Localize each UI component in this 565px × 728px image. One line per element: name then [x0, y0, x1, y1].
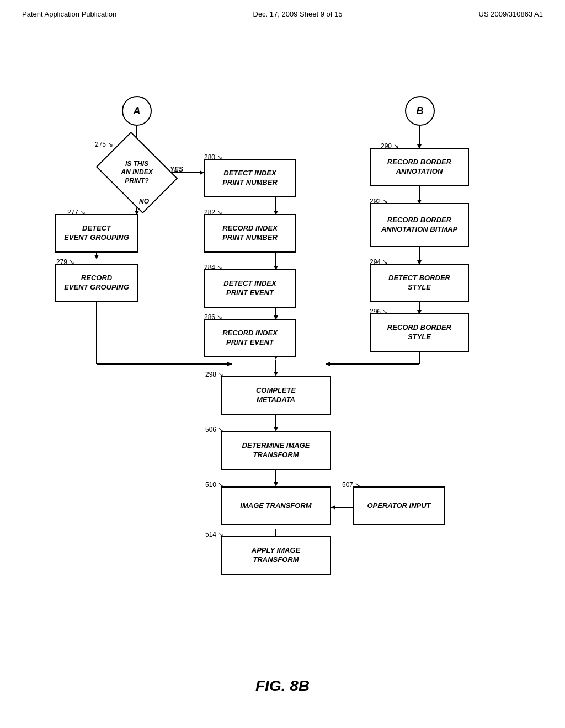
diagram-area: A 275 ↘ IS THISAN INDEXPRINT? YES NO 277… — [0, 44, 565, 717]
node-detect-event-grouping: DETECTEVENT GROUPING — [55, 214, 138, 253]
svg-marker-37 — [331, 505, 335, 510]
node-determine-image-transform: DETERMINE IMAGETRANSFORM — [221, 431, 331, 470]
no-label: NO — [139, 197, 149, 205]
header-center: Dec. 17, 2009 Sheet 9 of 15 — [253, 10, 343, 18]
node-record-index-print-number: RECORD INDEXPRINT NUMBER — [204, 214, 296, 253]
yes-label: YES — [170, 165, 183, 173]
node-apply-image-transform: APPLY IMAGETRANSFORM — [221, 536, 331, 575]
svg-marker-33 — [274, 427, 278, 431]
node-b: B — [405, 96, 435, 126]
svg-marker-24 — [227, 362, 232, 366]
header-left: Patent Application Publication — [22, 10, 116, 18]
header-right: US 2009/310863 A1 — [479, 10, 543, 18]
figure-caption: FIG. 8B — [255, 677, 310, 695]
node-record-border-annotation-bitmap: RECORD BORDERANNOTATION BITMAP — [370, 203, 469, 247]
node-operator-input: OPERATOR INPUT — [353, 486, 445, 525]
node-record-border-style: RECORD BORDERSTYLE — [370, 313, 469, 352]
node-record-event-grouping: RECORDEVENT GROUPING — [55, 264, 138, 302]
node-complete-metadata: COMPLETEMETADATA — [221, 376, 331, 415]
svg-marker-7 — [94, 255, 99, 259]
node-record-border-annotation: RECORD BORDERANNOTATION — [370, 148, 469, 186]
label-275: 275 ↘ — [95, 141, 113, 148]
node-detect-index-print-event: DETECT INDEXPRINT EVENT — [204, 269, 296, 308]
node-diamond: IS THISAN INDEXPRINT? — [104, 148, 170, 197]
svg-marker-29 — [326, 362, 330, 366]
page-header: Patent Application Publication Dec. 17, … — [0, 0, 565, 18]
node-record-index-print-event: RECORD INDEXPRINT EVENT — [204, 319, 296, 357]
node-a: A — [122, 96, 152, 126]
node-detect-index-print-number: DETECT INDEXPRINT NUMBER — [204, 159, 296, 197]
svg-marker-35 — [274, 482, 278, 486]
svg-marker-3 — [200, 170, 204, 175]
svg-marker-31 — [274, 372, 278, 376]
node-detect-border-style: DETECT BORDERSTYLE — [370, 264, 469, 302]
node-image-transform: IMAGE TRANSFORM — [221, 486, 331, 525]
